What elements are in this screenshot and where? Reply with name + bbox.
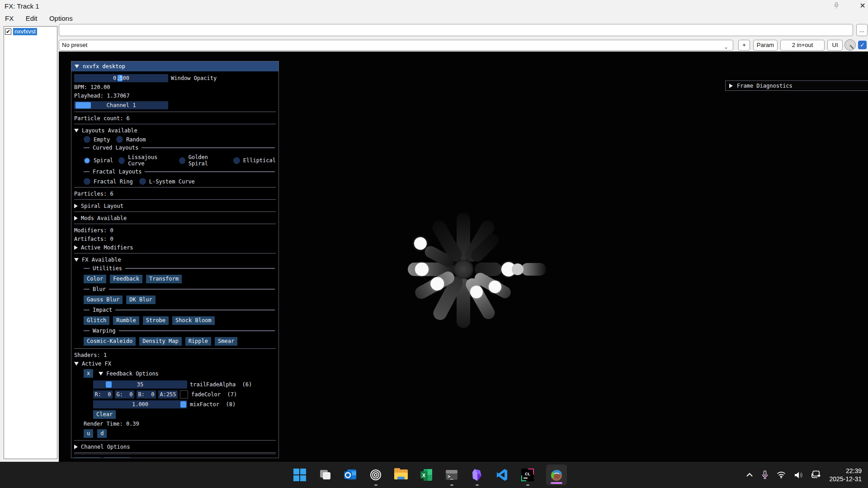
preset-combo[interactable]: No preset ⌄ — [59, 40, 733, 51]
start-button[interactable] — [293, 468, 307, 482]
trail-fade-alpha-slider[interactable]: 35 — [93, 380, 187, 389]
taskbar: X >_ — [0, 462, 868, 488]
tree-arrow-icon — [74, 445, 78, 449]
svg-text:X: X — [422, 473, 426, 478]
move-down-button[interactable]: d — [97, 429, 107, 438]
fx-chain-item[interactable]: ✔ nxvfxvst — [4, 27, 57, 37]
fx-button-glitch[interactable]: Glitch — [84, 316, 109, 325]
fx-bypass-checkbox[interactable]: ✓ — [858, 41, 867, 49]
taskbar-item-obsidian[interactable] — [470, 468, 484, 482]
ui-button[interactable]: UI — [827, 40, 843, 51]
radio-spiral[interactable]: Spiral — [84, 157, 113, 164]
tree-feedback-options[interactable]: Feedback Options — [99, 371, 159, 377]
tree-spiral-layout[interactable]: Spiral Layout — [74, 203, 276, 209]
fade-color-a[interactable]: A:255 — [158, 390, 178, 399]
fx-button-color[interactable]: Color — [84, 275, 106, 283]
window-titlebar: FX: Track 1 ✕ — [0, 0, 868, 12]
channel-slider[interactable]: Channel 1 — [74, 101, 168, 109]
taskbar-item-outlook[interactable] — [344, 468, 357, 482]
radio-elliptical[interactable]: Elliptical — [233, 157, 276, 164]
fx-button-density-map[interactable]: Density Map — [139, 337, 181, 346]
fx-button-transform[interactable]: Transform — [146, 275, 182, 283]
taskbar-item-clion[interactable]: CL — [521, 468, 534, 482]
param-button[interactable]: Param — [753, 40, 778, 51]
taskbar-item-vscode[interactable] — [495, 468, 509, 482]
preset-add-button[interactable]: + — [738, 40, 750, 51]
wet-dry-knob[interactable] — [844, 39, 856, 51]
fade-color-g[interactable]: G: 0 — [115, 390, 134, 399]
render-time-readout: Render Time: 0.39 — [84, 421, 276, 427]
radio-fractal-ring[interactable]: Fractal Ring — [84, 178, 133, 185]
close-button[interactable]: ✕ — [858, 1, 867, 10]
clock-time: 22:39 — [829, 467, 862, 475]
fx-button-rumble[interactable]: Rumble — [113, 316, 139, 325]
fx-comment-input[interactable] — [59, 24, 853, 36]
tree-mods-available[interactable]: Mods Available — [74, 215, 276, 221]
menu-fx[interactable]: FX — [0, 12, 19, 24]
plugin-window-titlebar[interactable]: nxvfx desktop — [71, 61, 278, 71]
fx-chain-list[interactable]: ✔ nxvfxvst — [4, 26, 57, 459]
fx-button-shock-bloom[interactable]: Shock Bloom — [172, 316, 214, 325]
separator — [74, 253, 276, 253]
running-indicator — [476, 484, 479, 486]
frame-diagnostics-window[interactable]: Frame Diagnostics — [725, 80, 868, 91]
move-up-button[interactable]: u — [84, 429, 93, 438]
svg-text:CL: CL — [525, 472, 530, 476]
obsidian-crystal-icon — [471, 469, 483, 481]
taskbar-item-terminal[interactable]: >_ — [445, 468, 458, 482]
tray-widgets-icon[interactable] — [811, 470, 821, 479]
tree-layouts-available[interactable]: Layouts Available — [74, 127, 276, 134]
separator — [74, 224, 276, 224]
radio-lissajous-curve[interactable]: Lissajous Curve — [118, 154, 173, 167]
io-button[interactable]: 2 in+out — [780, 40, 825, 51]
taskbar-item-excel[interactable]: X — [420, 468, 433, 482]
playhead-readout: Playhead: 1.37067 — [74, 93, 276, 99]
remove-fx-button[interactable]: x — [84, 369, 93, 378]
fx-enabled-checkbox[interactable]: ✔ — [5, 28, 11, 35]
tree-arrow-icon — [74, 204, 78, 208]
tree-fx-available[interactable]: FX Available — [74, 257, 276, 263]
clear-button[interactable]: Clear — [93, 410, 116, 419]
clock[interactable]: 22:39 2025-12-31 — [829, 467, 862, 483]
tree-active-modifiers[interactable]: Active Modifiers — [74, 244, 276, 251]
separator — [74, 211, 276, 212]
radio-l-system-curve[interactable]: L-System Curve — [139, 178, 195, 185]
export-button[interactable]: export — [74, 457, 100, 458]
tray-microphone-icon[interactable] — [761, 470, 769, 479]
fx-chain-item-label[interactable]: nxvfxvst — [13, 28, 37, 35]
taskbar-item-spiral-app[interactable] — [369, 468, 382, 482]
radio-random[interactable]: Random — [116, 136, 146, 143]
fx-button-cosmic-kaleido[interactable]: Cosmic-Kaleido — [84, 337, 136, 346]
fx-button-smear[interactable]: Smear — [215, 337, 237, 346]
taskbar-item-file-explorer[interactable] — [394, 468, 408, 482]
fade-color-r[interactable]: R: 0 — [93, 390, 113, 399]
fx-button-gauss-blur[interactable]: Gauss Blur — [84, 296, 123, 304]
task-view-button[interactable] — [318, 468, 332, 482]
mix-factor-slider[interactable]: 1.000 — [93, 400, 187, 408]
tree-active-fx[interactable]: Active FX — [74, 361, 276, 367]
menu-options[interactable]: Options — [44, 12, 78, 24]
tray-wifi-icon[interactable] — [777, 471, 786, 479]
pin-icon[interactable] — [832, 1, 841, 10]
tray-volume-icon[interactable] — [794, 471, 803, 479]
radio-empty[interactable]: Empty — [84, 136, 110, 143]
separator — [74, 187, 276, 188]
fade-color-b[interactable]: B: 0 — [137, 390, 156, 399]
taskbar-item-reaper-active[interactable] — [546, 465, 567, 485]
tree-channel-options[interactable]: Channel Options — [74, 444, 276, 450]
running-indicator — [526, 484, 529, 486]
tray-chevron-up-icon[interactable] — [746, 473, 753, 477]
fx-button-ripple[interactable]: Ripple — [185, 337, 211, 346]
fx-button-strobe[interactable]: Strobe — [143, 316, 169, 325]
radio-golden-spiral[interactable]: Golden Spiral — [179, 154, 228, 167]
menu-edit[interactable]: Edit — [21, 12, 42, 24]
fx-button-dk-blur[interactable]: DK Blur — [126, 296, 156, 304]
fade-color-swatch[interactable] — [180, 390, 188, 399]
radio-icon — [179, 157, 185, 164]
more-button[interactable]: ... — [856, 24, 868, 36]
import-button[interactable]: import — [104, 457, 130, 458]
window-opacity-slider[interactable]: 0.500 — [74, 74, 168, 82]
fx-button-feedback[interactable]: Feedback — [110, 275, 142, 283]
running-indicator — [450, 484, 453, 486]
windows-logo-icon — [293, 469, 306, 481]
